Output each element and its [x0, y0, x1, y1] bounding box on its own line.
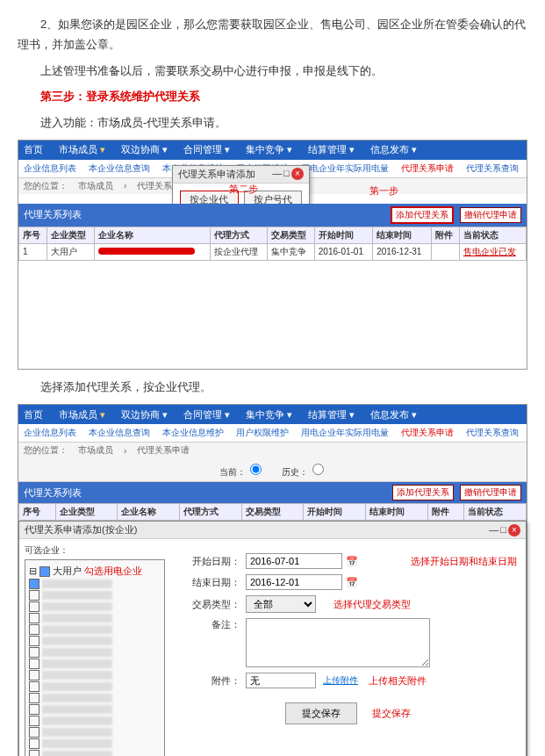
crumb-sep: › — [124, 181, 126, 191]
maximize-icon[interactable]: □ — [283, 168, 290, 180]
tree-cb[interactable] — [29, 750, 39, 756]
annot-submit: 提交保存 — [372, 708, 411, 718]
tree-root-cb[interactable] — [39, 566, 50, 577]
col-type: 企业类型 — [47, 227, 95, 243]
start-date-input[interactable] — [246, 553, 342, 569]
para-4: 选择添加代理关系，按企业代理。 — [18, 377, 527, 397]
tree-cb[interactable] — [29, 716, 39, 726]
sub2-6[interactable]: 代理关系申请 — [401, 427, 454, 439]
tree-cb[interactable] — [29, 624, 39, 635]
col2-6: 开始时间 — [304, 504, 366, 521]
screenshot-2: 首页 市场成员 ▾ 双边协商 ▾ 合同管理 ▾ 集中竞争 ▾ 结算管理 ▾ 信息… — [18, 404, 527, 756]
close-icon-2[interactable]: × — [508, 524, 520, 536]
tree-cb[interactable] — [29, 738, 39, 749]
tree-cb[interactable] — [29, 727, 39, 738]
submit-button[interactable]: 提交保存 — [285, 702, 357, 724]
menu-compete[interactable]: 集中竞争 ▾ — [246, 143, 292, 156]
tree-cb[interactable] — [29, 704, 39, 715]
blurred-company — [42, 705, 112, 714]
tree-cb[interactable] — [29, 659, 39, 669]
calendar-icon[interactable]: 📅 — [346, 556, 358, 567]
upload-link[interactable]: 上传附件 — [323, 674, 358, 687]
annot-attach: 上传相关附件 — [369, 674, 427, 688]
close-icon[interactable]: × — [291, 168, 304, 180]
remark-textarea[interactable] — [246, 618, 430, 667]
tree-cb[interactable] — [29, 579, 39, 589]
sub-agent-apply[interactable]: 代理关系申请 — [401, 162, 454, 175]
minimize-icon[interactable]: — — [272, 168, 282, 180]
add-agent-button-2[interactable]: 添加代理关系 — [392, 485, 454, 500]
cell-name — [95, 243, 210, 260]
sub2-1[interactable]: 企业信息列表 — [24, 427, 76, 439]
menu-members[interactable]: 市场成员 ▾ — [59, 143, 105, 156]
tree-cb[interactable] — [29, 681, 39, 692]
crumb2-label: 您的位置： — [24, 444, 68, 457]
col2-9: 当前状态 — [464, 504, 527, 521]
radio-current[interactable] — [250, 464, 262, 475]
col-no: 序号 — [19, 227, 47, 243]
menu-contract-2[interactable]: 合同管理 ▾ — [183, 408, 230, 421]
menu-members-2[interactable]: 市场成员 ▾ — [59, 408, 105, 421]
menu-home[interactable]: 首页 — [24, 143, 43, 156]
menu-compete-2[interactable]: 集中竞争 ▾ — [246, 408, 292, 421]
col2-7: 结束时间 — [365, 504, 427, 521]
company-tree[interactable]: ⊟ 大用户 勾选用电企业 — [25, 559, 165, 756]
sub2-2[interactable]: 本企业信息查询 — [89, 427, 150, 439]
trade-type-select[interactable]: 全部 — [246, 595, 316, 613]
menu-info[interactable]: 信息发布 ▾ — [370, 143, 417, 156]
sub2-7[interactable]: 代理关系查询 — [466, 427, 519, 439]
revoke-agent-button[interactable]: 撤销代理申请 — [460, 207, 521, 223]
sub-list[interactable]: 企业信息列表 — [24, 162, 76, 175]
menu-settle-2[interactable]: 结算管理 ▾ — [308, 408, 355, 421]
col-start: 开始时间 — [314, 227, 372, 243]
col-trade: 交易类型 — [267, 227, 314, 243]
start-date-label: 开始日期： — [188, 555, 240, 568]
minimize-icon-2[interactable]: — — [489, 524, 498, 536]
sub2-5[interactable]: 用电企业年实际用电量 — [301, 427, 389, 439]
col-name: 企业名称 — [95, 227, 210, 243]
menu-home-2[interactable]: 首页 — [24, 408, 43, 421]
blurred-company — [42, 728, 112, 737]
blurred-company — [42, 694, 112, 702]
tree-cb[interactable] — [29, 636, 39, 646]
sub-usage[interactable]: 用电企业年实际用电量 — [301, 162, 389, 175]
cell-status[interactable]: 售电企业已发 — [459, 243, 526, 260]
list-header: 代理关系列表 添加代理关系 撤销代理申请 — [18, 204, 527, 227]
revoke-agent-button-2[interactable]: 撤销代理申请 — [460, 485, 521, 500]
menu-bilateral[interactable]: 双边协商 ▾ — [121, 143, 168, 156]
filter-row: 当前： 历史： — [18, 458, 527, 482]
menu-settle[interactable]: 结算管理 ▾ — [308, 143, 355, 156]
menu-info-2[interactable]: 信息发布 ▾ — [370, 408, 417, 421]
blurred-company — [42, 648, 112, 657]
add-agent-button[interactable]: 添加代理关系 — [391, 206, 454, 224]
cell-start: 2016-01-01 — [314, 243, 372, 260]
col-end: 结束时间 — [373, 227, 431, 243]
tree-minus-icon[interactable]: ⊟ — [29, 565, 37, 577]
tree-cb[interactable] — [29, 693, 39, 703]
add-by-company-popup: 代理关系申请添加(按企业) — □ × 可选企业： ⊟ 大用户 勾选用电企业 — [18, 521, 527, 756]
col2-2: 企业类型 — [55, 504, 118, 521]
para-1: 2、如果您谈的是园区企业，那么您需要获取园区企业、售电公司、园区企业所在管委会确… — [18, 14, 527, 55]
maximize-icon-2[interactable]: □ — [500, 524, 506, 536]
menu-contract[interactable]: 合同管理 ▾ — [183, 143, 230, 156]
tree-cb[interactable] — [29, 613, 39, 623]
attach-input[interactable] — [246, 673, 316, 688]
tree-cb[interactable] — [29, 647, 39, 658]
tree-cb[interactable] — [29, 670, 39, 680]
para-2: 上述管理书准备以后，需要联系交易中心进行申报，申报是线下的。 — [18, 61, 527, 81]
sub2-3[interactable]: 本企业信息维护 — [162, 427, 224, 439]
sub-agent-query[interactable]: 代理关系查询 — [466, 162, 519, 175]
para-3: 进入功能：市场成员-代理关系申请。 — [18, 112, 527, 133]
tree-root[interactable]: 大用户 — [53, 565, 82, 578]
sub-query[interactable]: 本企业信息查询 — [89, 162, 150, 175]
radio-history[interactable] — [312, 464, 324, 475]
col-attach: 附件 — [431, 227, 459, 243]
tree-cb[interactable] — [29, 590, 39, 601]
crumb-1: 市场成员 — [78, 180, 113, 192]
menu-bilateral-2[interactable]: 双边协商 ▾ — [121, 408, 168, 421]
table-row[interactable]: 1 大用户 按企业代理 集中竞争 2016-01-01 2016-12-31 售… — [19, 243, 527, 260]
end-date-input[interactable] — [246, 574, 342, 590]
calendar-icon-2[interactable]: 📅 — [346, 577, 358, 588]
sub2-4[interactable]: 用户权限维护 — [236, 427, 289, 439]
tree-cb[interactable] — [29, 601, 39, 612]
